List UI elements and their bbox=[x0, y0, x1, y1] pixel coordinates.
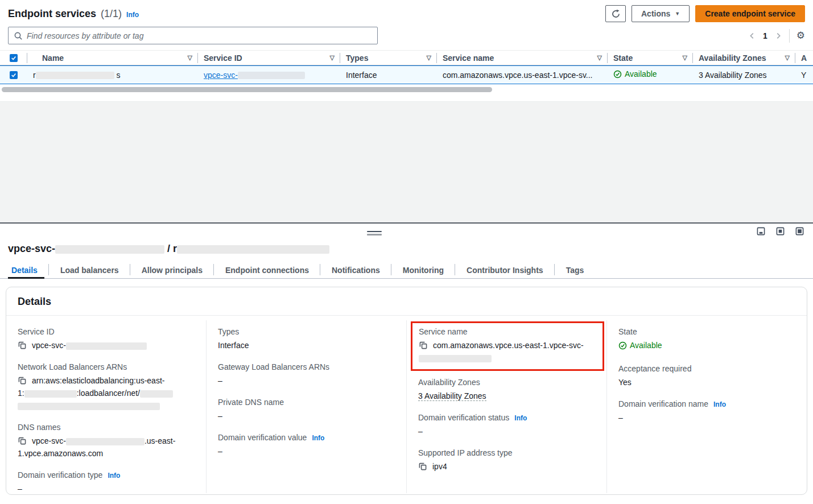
sort-icon[interactable]: ▽ bbox=[597, 54, 602, 61]
details-card-body: Service IDvpce-svc-Network Load Balancer… bbox=[6, 316, 807, 493]
value-text: – bbox=[418, 427, 423, 436]
panel-position-full-icon[interactable] bbox=[795, 227, 804, 236]
title-info-link[interactable]: Info bbox=[126, 11, 139, 19]
details-column: StateAvailableAcceptance requiredYesDoma… bbox=[606, 320, 807, 493]
tab-endpoint-connections[interactable]: Endpoint connections bbox=[214, 262, 320, 278]
previous-page-button[interactable] bbox=[748, 32, 756, 40]
tab-monitoring[interactable]: Monitoring bbox=[391, 262, 455, 278]
panel-position-bottom-icon[interactable] bbox=[757, 227, 765, 236]
toolbar: 1 ⚙ bbox=[0, 25, 813, 50]
column-header-acceptance-partial[interactable]: A bbox=[795, 51, 813, 65]
current-page[interactable]: 1 bbox=[763, 31, 767, 40]
cell-types: Interface bbox=[340, 71, 437, 80]
service-id-link[interactable]: vpce-svc- bbox=[204, 71, 305, 80]
refresh-button[interactable] bbox=[605, 5, 626, 22]
panel-position-side-icon[interactable] bbox=[776, 227, 785, 236]
search-input[interactable] bbox=[27, 31, 372, 40]
refresh-icon bbox=[611, 9, 621, 19]
redacted-text bbox=[66, 438, 145, 445]
resource-count: (1/1) bbox=[101, 8, 122, 20]
column-header-types[interactable]: Types▽ bbox=[340, 51, 437, 65]
create-endpoint-service-button[interactable]: Create endpoint service bbox=[695, 5, 805, 22]
copy-icon[interactable] bbox=[419, 341, 428, 350]
state-label: Available bbox=[625, 69, 657, 79]
sort-icon[interactable]: ▽ bbox=[188, 54, 192, 61]
value-text: vpce-svc- bbox=[32, 341, 66, 350]
panel-title: vpce-svc- / r bbox=[0, 238, 813, 262]
az-popover-trigger[interactable]: 3 Availability Zones bbox=[699, 71, 767, 80]
column-header-state[interactable]: State▽ bbox=[608, 51, 693, 65]
field-label: Types bbox=[218, 327, 239, 336]
column-header-name[interactable]: Name▽ bbox=[27, 51, 198, 65]
copy-icon[interactable] bbox=[418, 462, 427, 471]
field-availability-zones: Availability Zones3 Availability Zones bbox=[418, 378, 596, 402]
field-label-row: Private DNS name bbox=[218, 398, 396, 407]
sort-icon[interactable]: ▽ bbox=[683, 54, 687, 61]
redacted-text bbox=[18, 403, 160, 410]
value-text: ipv4 bbox=[432, 462, 447, 471]
redacted-text bbox=[140, 390, 173, 398]
column-header-service-name[interactable]: Service name▽ bbox=[437, 51, 608, 65]
field-label: Service ID bbox=[18, 327, 55, 336]
table-row[interactable]: r s vpce-svc- Interface com.amazonaws.vp… bbox=[0, 65, 813, 84]
tab-allow-principals[interactable]: Allow principals bbox=[130, 262, 214, 278]
field-value: – bbox=[618, 411, 797, 424]
field-label: Domain verification name bbox=[618, 399, 708, 408]
split-panel-controls bbox=[0, 224, 813, 238]
value-text: Interface bbox=[218, 341, 249, 350]
info-link[interactable]: Info bbox=[713, 400, 726, 408]
tab-details[interactable]: Details bbox=[8, 262, 49, 278]
status-badge: Available bbox=[618, 339, 662, 352]
cell-acceptance: Y bbox=[795, 71, 813, 80]
field-value: Interface bbox=[218, 339, 396, 352]
name-suffix: s bbox=[117, 71, 121, 80]
info-link[interactable]: Info bbox=[514, 414, 527, 422]
field-domain-verification-name: Domain verification nameInfo– bbox=[618, 399, 797, 424]
az-popover-trigger[interactable]: 3 Availability Zones bbox=[418, 391, 486, 401]
row-checkbox[interactable] bbox=[10, 71, 18, 79]
split-panel: vpce-svc- / r DetailsLoad balancersAllow… bbox=[0, 224, 813, 495]
value-text: – bbox=[218, 411, 222, 420]
value-text: arn:aws:elasticloadbalancing:us-east- bbox=[32, 376, 164, 385]
column-label: Name bbox=[42, 53, 64, 63]
column-header-availability-zones[interactable]: Availability Zones▽ bbox=[693, 51, 795, 65]
sort-icon[interactable]: ▽ bbox=[330, 54, 335, 61]
cell-service-id: vpce-svc- bbox=[198, 71, 340, 80]
field-value: Yes bbox=[618, 376, 797, 389]
split-panel-drag-handle[interactable] bbox=[367, 231, 382, 236]
redacted-text bbox=[36, 72, 114, 79]
copy-icon[interactable] bbox=[18, 436, 27, 445]
field-label-row: Domain verification statusInfo bbox=[418, 413, 596, 422]
value-text: Yes bbox=[618, 378, 632, 387]
field-label: Availability Zones bbox=[418, 378, 480, 387]
field-label: Service name bbox=[419, 327, 468, 336]
endpoint-services-page: Endpoint services (1/1) Info Actions ▼ C… bbox=[0, 0, 813, 504]
field-domain-verification-value: Domain verification valueInfo– bbox=[218, 433, 396, 457]
select-all-checkbox[interactable] bbox=[10, 54, 18, 62]
sort-icon[interactable]: ▽ bbox=[785, 54, 790, 61]
field-label: Domain verification status bbox=[418, 413, 509, 422]
settings-gear-button[interactable]: ⚙ bbox=[797, 31, 805, 40]
tab-notifications[interactable]: Notifications bbox=[320, 262, 391, 278]
sort-icon[interactable]: ▽ bbox=[427, 54, 431, 61]
search-box[interactable] bbox=[8, 27, 378, 44]
field-value: – bbox=[418, 425, 596, 437]
check-circle-icon bbox=[613, 70, 622, 79]
page-header: Endpoint services (1/1) Info Actions ▼ C… bbox=[0, 0, 813, 25]
tab-load-balancers[interactable]: Load balancers bbox=[49, 262, 130, 278]
info-link[interactable]: Info bbox=[108, 472, 120, 480]
actions-button[interactable]: Actions ▼ bbox=[632, 5, 690, 22]
field-value: Available bbox=[618, 339, 797, 353]
copy-icon[interactable] bbox=[18, 341, 27, 350]
tab-contributor-insights[interactable]: Contributor Insights bbox=[455, 262, 555, 278]
copy-icon[interactable] bbox=[18, 376, 27, 385]
tab-tags[interactable]: Tags bbox=[555, 262, 596, 278]
value-text: :loadbalancer/net/ bbox=[77, 389, 140, 398]
scrollbar-thumb[interactable] bbox=[2, 87, 492, 92]
info-link[interactable]: Info bbox=[312, 434, 324, 442]
column-header-service-id[interactable]: Service ID▽ bbox=[198, 51, 340, 65]
column-label: Types bbox=[346, 53, 368, 63]
cell-name: r s bbox=[27, 71, 198, 80]
field-label: Domain verification type bbox=[18, 470, 102, 480]
next-page-button[interactable] bbox=[774, 32, 782, 40]
